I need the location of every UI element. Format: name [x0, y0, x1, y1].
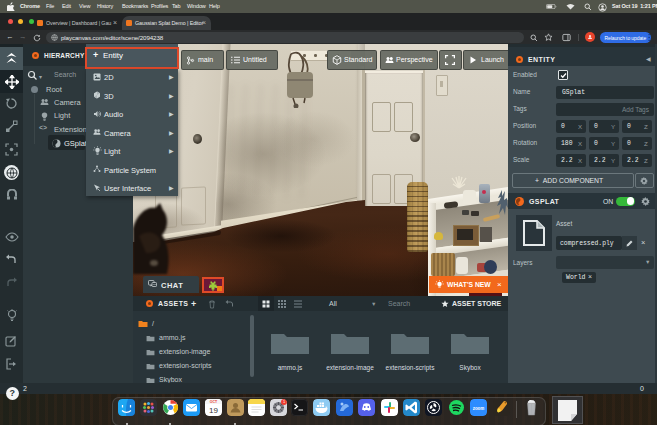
svg-text:19: 19 — [209, 405, 218, 414]
svg-text:OCT: OCT — [210, 400, 218, 404]
svg-text:zoom: zoom — [473, 405, 485, 410]
